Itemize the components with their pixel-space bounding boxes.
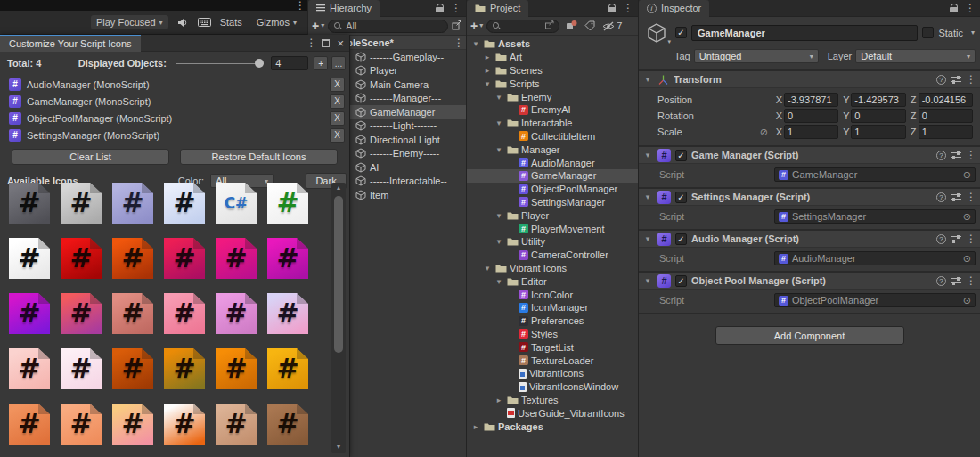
component-header[interactable]: ▾#Object Pool Manager (Script) [639, 272, 980, 290]
preset-icon[interactable] [951, 276, 961, 285]
foldout-arrow[interactable]: ▾ [482, 264, 493, 273]
object-picker-icon[interactable] [963, 253, 971, 265]
lock-icon[interactable] [435, 4, 445, 13]
foldout-arrow[interactable]: ▾ [494, 118, 504, 127]
project-item[interactable]: #IconColor [467, 288, 638, 301]
close-icon[interactable] [337, 37, 344, 49]
panel-menu-icon[interactable] [965, 3, 974, 13]
vector-field-x[interactable]: -3.937871 [784, 93, 838, 107]
tag-dropdown[interactable]: Untagged [694, 49, 819, 63]
gizmos-dropdown[interactable]: Gizmos [251, 15, 302, 29]
scene-picker-icon[interactable] [452, 20, 462, 32]
script-icon-tile[interactable]: # [164, 293, 205, 334]
object-picker-icon[interactable] [963, 169, 971, 181]
project-item[interactable]: #TargetList [467, 340, 638, 354]
component-header[interactable]: ▾#Audio Manager (Script) [639, 230, 980, 248]
script-icon-tile[interactable]: # [112, 348, 153, 389]
vector-field-y[interactable]: 1 [851, 125, 905, 139]
script-icon-tile[interactable]: # [164, 238, 205, 279]
restore-default-icons-button[interactable]: Restore Default Icons [180, 149, 338, 165]
foldout-arrow[interactable]: ▾ [482, 79, 493, 88]
component-header[interactable]: ▾#Settings Manager (Script) [639, 188, 980, 206]
hidden-count-toggle[interactable]: 7 [602, 20, 622, 31]
project-item[interactable]: ▾Player [467, 208, 638, 222]
component-menu-icon[interactable] [966, 150, 975, 160]
panel-menu-icon[interactable] [623, 3, 632, 13]
project-item[interactable]: ▸Packages [467, 420, 638, 433]
displayed-objects-slider[interactable] [176, 58, 264, 69]
foldout-arrow[interactable]: ▾ [494, 237, 504, 246]
scroll-thumb[interactable] [334, 196, 343, 353]
keyboard-icon[interactable] [198, 18, 211, 27]
remove-script-button[interactable]: X [330, 78, 345, 92]
script-icon-tile[interactable]: # [9, 293, 50, 334]
hierarchy-search-input[interactable]: All [328, 20, 448, 33]
foldout-arrow[interactable]: ▸ [482, 53, 493, 61]
foldout-arrow[interactable]: ▸ [494, 396, 504, 404]
project-item[interactable]: #TextureLoader [467, 354, 638, 367]
project-item[interactable]: ▾Utility [467, 235, 638, 249]
scene-menu-icon[interactable] [453, 37, 462, 48]
search-by-type-icon[interactable] [566, 20, 577, 32]
script-icon-tile[interactable]: # [216, 404, 257, 445]
script-icon-tile[interactable]: # [9, 348, 50, 389]
component-menu-icon[interactable] [966, 192, 975, 202]
script-icon-tile[interactable]: # [267, 404, 308, 445]
help-icon[interactable] [936, 192, 946, 202]
foldout-arrow[interactable]: ▾ [642, 151, 653, 159]
tab-project[interactable]: Project [467, 0, 528, 17]
layer-dropdown[interactable]: Default [855, 49, 976, 63]
tracked-script-row[interactable]: #SettingsManager (MonoScript)X [0, 126, 349, 143]
clear-list-button[interactable]: Clear List [12, 149, 169, 165]
add-component-button[interactable]: Add Component [715, 326, 904, 345]
foldout-arrow[interactable]: ▸ [470, 422, 481, 431]
foldout-arrow[interactable]: ▾ [642, 276, 653, 285]
project-item[interactable]: ▾Assets [467, 37, 638, 51]
search-by-label-icon[interactable] [584, 20, 595, 32]
project-item[interactable]: ▾Scripts [467, 77, 638, 90]
project-item[interactable]: ▾Interactable [467, 117, 638, 130]
component-enabled-checkbox[interactable] [675, 233, 687, 245]
component-menu-icon[interactable] [966, 74, 975, 85]
static-checkbox[interactable] [922, 27, 934, 38]
script-icons-tab[interactable]: Customize Your Script Icons [0, 35, 141, 52]
maximize-icon[interactable] [322, 39, 330, 47]
project-item[interactable]: UserGuide_VibrantIcons [467, 406, 638, 420]
search-in-icon[interactable] [545, 20, 554, 31]
vector-field-z[interactable]: 0 [919, 109, 973, 123]
foldout-arrow[interactable]: ▾ [642, 234, 653, 243]
project-item[interactable]: ▸Textures [467, 394, 638, 407]
object-picker-icon[interactable] [963, 295, 971, 306]
play-focused-dropdown[interactable]: Play Focused [91, 15, 168, 29]
vector-field-z[interactable]: -0.024156 [919, 93, 973, 107]
remove-script-button[interactable]: X [330, 111, 345, 126]
component-menu-icon[interactable] [966, 275, 975, 286]
script-icon-tile[interactable]: # [112, 293, 153, 334]
vector-field-y[interactable]: -1.429573 [851, 93, 905, 107]
script-icon-tile[interactable]: # [9, 183, 50, 224]
script-icon-tile[interactable]: # [164, 348, 205, 389]
vector-field-y[interactable]: 0 [851, 109, 905, 123]
foldout-arrow[interactable]: ▾ [494, 277, 504, 286]
project-item[interactable]: #AudioManager [467, 156, 638, 169]
slider-handle[interactable] [255, 59, 264, 68]
preset-icon[interactable] [951, 151, 961, 159]
panel-menu-icon[interactable] [451, 3, 460, 13]
lock-icon[interactable] [949, 4, 959, 13]
add-object-button[interactable]: + [312, 20, 324, 32]
project-item[interactable]: ▾Manager [467, 143, 638, 156]
project-item[interactable]: #CameraController [467, 249, 638, 262]
script-icon-tile[interactable]: # [164, 404, 205, 445]
object-picker-icon[interactable] [963, 211, 971, 223]
vector-field-z[interactable]: 1 [919, 125, 973, 139]
script-icon-tile[interactable]: # [216, 348, 257, 389]
script-icon-tile[interactable]: # [61, 238, 102, 279]
tab-hierarchy[interactable]: Hierarchy [308, 0, 380, 17]
component-enabled-checkbox[interactable] [675, 275, 687, 287]
preset-icon[interactable] [951, 192, 961, 201]
gameobject-name-field[interactable]: GameManager [691, 25, 918, 41]
component-enabled-checkbox[interactable] [675, 192, 687, 203]
project-item[interactable]: ▾Vibrant Icons [467, 262, 638, 275]
active-checkbox[interactable] [675, 27, 687, 38]
stats-button[interactable]: Stats [220, 17, 242, 28]
